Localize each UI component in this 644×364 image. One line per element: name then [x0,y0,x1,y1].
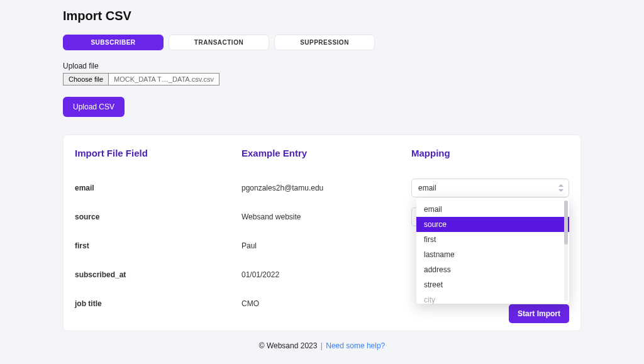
dropdown-scrollbar-thumb[interactable] [564,201,568,245]
file-input-row: Choose file MOCK_DATA T…_DATA.csv.csv [63,73,581,85]
field-name: first [75,231,242,260]
example-value: 01/01/2022 [242,260,411,289]
chevron-sort-icon [558,184,564,192]
tab-subscriber[interactable]: SUBSCRIBER [63,35,164,50]
mapping-option-email[interactable]: email [416,202,569,217]
upload-file-label: Upload file [63,62,581,70]
mapping-options-dropdown: email source first lastname address stre… [416,198,569,304]
start-import-button[interactable]: Start Import [509,304,569,323]
field-name: source [75,202,242,231]
page-title: Import CSV [63,9,581,23]
dropdown-scrollbar[interactable] [564,201,568,301]
column-header-example: Example Entry [242,148,411,158]
mapping-option-city[interactable]: city [416,292,569,304]
footer-separator: | [321,341,323,350]
field-name: email [75,174,242,202]
example-value: Paul [242,231,411,260]
field-name: job title [75,289,242,318]
tab-transaction[interactable]: TRANSACTION [169,35,269,50]
footer-help-link[interactable]: Need some help? [326,341,385,350]
mapping-card: Import File Field email source first sub… [63,135,581,331]
import-type-tabs: SUBSCRIBER TRANSACTION SUPPRESSION [63,35,581,50]
mapping-option-address[interactable]: address [416,262,569,277]
field-name: subscribed_at [75,260,242,289]
example-value: CMO [242,289,411,318]
mapping-option-source[interactable]: source [416,217,569,232]
column-header-field: Import File Field [75,148,242,158]
upload-csv-button[interactable]: Upload CSV [63,97,125,117]
column-header-mapping: Mapping [411,148,569,158]
mapping-select-email[interactable]: email [411,179,569,197]
mapping-option-lastname[interactable]: lastname [416,247,569,262]
mapping-select-value: email [418,184,436,192]
page-footer: © Websand 2023 | Need some help? [63,341,581,350]
footer-copyright: © Websand 2023 [259,341,318,350]
mapping-option-first[interactable]: first [416,232,569,247]
choose-file-button[interactable]: Choose file [63,73,109,85]
chosen-file-name: MOCK_DATA T…_DATA.csv.csv [109,73,219,85]
example-value: Websand website [242,202,411,231]
example-value: pgonzales2h@tamu.edu [242,174,411,202]
tab-suppression[interactable]: SUPPRESSION [274,35,375,50]
mapping-option-street[interactable]: street [416,277,569,292]
